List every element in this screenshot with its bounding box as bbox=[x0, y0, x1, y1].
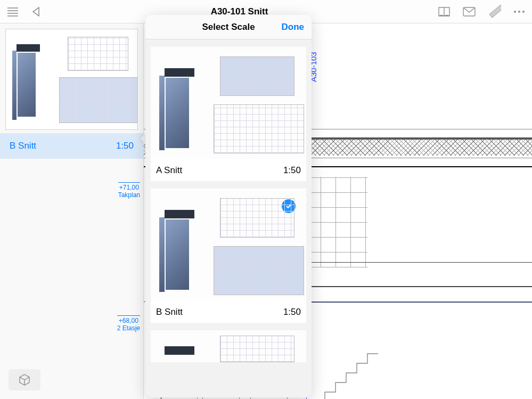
svg-point-9 bbox=[522, 11, 525, 13]
3d-view-button[interactable] bbox=[9, 369, 40, 390]
mail-icon[interactable] bbox=[463, 7, 476, 17]
sidebar-selected-item[interactable]: B Snitt 1:50 bbox=[0, 133, 143, 159]
level-marker-takplan: +71,00 Takplan bbox=[118, 182, 140, 199]
popover-arrow bbox=[140, 133, 145, 144]
sidebar: B Snitt 1:50 +71,00 Takplan +68,00 2 Eta… bbox=[0, 23, 144, 399]
done-button[interactable]: Done bbox=[282, 22, 305, 32]
level-value: +71,00 bbox=[118, 184, 140, 191]
menu-icon[interactable] bbox=[6, 6, 19, 17]
option-name: B Snitt bbox=[156, 307, 183, 317]
option-scale: 1:50 bbox=[283, 165, 301, 176]
svg-point-7 bbox=[514, 11, 516, 13]
ruler-icon[interactable] bbox=[487, 5, 501, 19]
svg-marker-4 bbox=[33, 7, 39, 16]
svg-rect-6 bbox=[489, 5, 501, 17]
popover-header: Select Scale Done bbox=[145, 15, 312, 39]
level-name: 2 Etasje bbox=[117, 324, 140, 332]
sidebar-thumbnail[interactable] bbox=[5, 29, 138, 130]
popover-list[interactable]: A Snitt 1:50 B Snitt 1:50 bbox=[145, 39, 312, 397]
sidebar-item-scale: 1:50 bbox=[116, 141, 134, 151]
level-marker-2etasje: +68,00 2 Etasje bbox=[117, 315, 140, 332]
sidebar-item-name: B Snitt bbox=[10, 141, 36, 151]
level-name: Takplan bbox=[118, 191, 140, 199]
option-name: A Snitt bbox=[156, 165, 182, 176]
option-scale: 1:50 bbox=[283, 307, 301, 317]
more-icon[interactable] bbox=[513, 10, 526, 14]
scale-option-b-snitt[interactable]: B Snitt 1:50 bbox=[151, 189, 306, 323]
scale-option-3[interactable] bbox=[151, 330, 306, 362]
svg-point-8 bbox=[518, 11, 520, 13]
select-scale-popover: Select Scale Done A Snitt 1:50 bbox=[145, 15, 312, 397]
scale-option-a-snitt[interactable]: A Snitt 1:50 bbox=[151, 47, 306, 181]
back-icon[interactable] bbox=[31, 6, 42, 17]
bookmark-icon[interactable] bbox=[437, 6, 451, 18]
level-value: +68,00 bbox=[117, 317, 140, 324]
